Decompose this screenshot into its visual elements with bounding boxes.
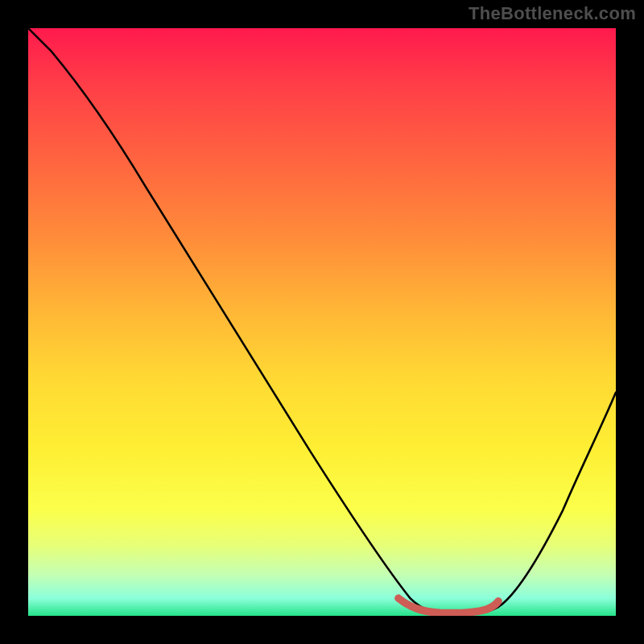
bottleneck-curve (28, 28, 616, 614)
plot-area (28, 28, 616, 616)
chart-frame: TheBottleneck.com (0, 0, 644, 644)
curve-svg (28, 28, 616, 616)
watermark-label: TheBottleneck.com (469, 3, 636, 24)
